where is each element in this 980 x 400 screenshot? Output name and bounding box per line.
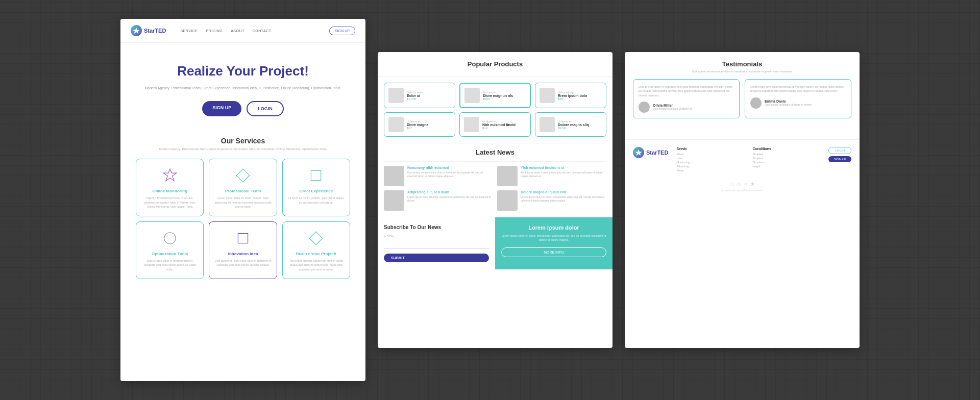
nav-signup-button[interactable]: SIGN UP bbox=[329, 27, 355, 35]
products-grid: Dolor sit amet Eolor ut $1,000 Nam ipsum… bbox=[378, 77, 612, 143]
product-price-5: $3700 bbox=[558, 127, 589, 130]
square-icon-1 bbox=[234, 229, 252, 247]
product-card-4[interactable]: Ut labore et Nbh euismod tincid $19 bbox=[459, 112, 531, 137]
cta-section: Lorem ipsum dolor Lorem ipsum dolor sit … bbox=[495, 217, 612, 269]
svg-point-4 bbox=[164, 233, 175, 244]
footer-link-1-0[interactable]: Simplest bbox=[752, 153, 820, 156]
footer-button-group: LOGIN SIGN UP bbox=[828, 147, 851, 173]
footer-signup-button[interactable]: SIGN UP bbox=[828, 156, 851, 162]
footer-link-0-0[interactable]: Email bbox=[676, 153, 744, 156]
person-name-0: Olivia Miller bbox=[653, 104, 692, 107]
nav-pricing[interactable]: PRICING bbox=[206, 29, 223, 33]
news-list: Nonummy nibh euismod Duis autem vel eum … bbox=[384, 166, 606, 211]
svg-marker-7 bbox=[635, 149, 642, 156]
service-desc-0: Agency, Professional Tools. Great Ex- pe… bbox=[141, 196, 198, 209]
nav-about[interactable]: ABOUT bbox=[231, 29, 244, 33]
service-card-professional-team[interactable]: Professional Team Lorem ipsum dolor sit … bbox=[209, 159, 277, 216]
news-body-0: Duis autem vel eum iriure dolor in hendr… bbox=[407, 171, 493, 178]
news-item-2: Adipiscing elit, sed diam Lorem ipsum do… bbox=[384, 190, 493, 211]
social-icon-3[interactable]: ★ bbox=[750, 181, 755, 187]
news-section: Latest News Nonummy nibh euismod Duis au… bbox=[378, 143, 612, 217]
hero-signup-button[interactable]: SIGN UP bbox=[202, 101, 241, 116]
nav-contact[interactable]: CONTACT bbox=[253, 29, 272, 33]
footer-link-1-2[interactable]: Simplest bbox=[752, 161, 820, 164]
hero-subtitle: Modern Agency, Professional Team, Great … bbox=[141, 85, 345, 91]
testimonial-card-0: Duis te irure dolor in vulputate velit e… bbox=[633, 79, 740, 118]
product-image-2 bbox=[540, 88, 555, 103]
social-icon-1[interactable]: ◇ bbox=[737, 181, 741, 187]
hero-buttons: SIGN UP LOGIN bbox=[141, 101, 345, 116]
logo-icon bbox=[131, 25, 142, 36]
product-card-5[interactable]: Ut labore et Dolore magna aliq $3700 bbox=[535, 112, 606, 137]
product-image-3 bbox=[388, 117, 404, 132]
footer-link-0-1[interactable]: User bbox=[676, 157, 744, 160]
subscribe-submit-button[interactable]: SUBMIT bbox=[384, 254, 489, 262]
cta-title: Lorem ipsum dolor bbox=[501, 224, 606, 231]
social-icon-0[interactable]: ◻ bbox=[729, 181, 733, 187]
footer-col-title-0: Servic bbox=[676, 147, 744, 151]
service-name-0: Online Monitoring bbox=[141, 189, 198, 193]
footer-login-button[interactable]: LOGIN bbox=[828, 147, 851, 154]
product-card-1[interactable]: Nam ipsum Dlore magnun ols $600 bbox=[459, 83, 531, 108]
social-icon-2[interactable]: ○ bbox=[744, 181, 747, 187]
service-name-5: Realize Your Project! bbox=[288, 252, 345, 256]
service-desc-1: Lorem ipsum dolor sit amet, consec- tetu… bbox=[214, 196, 271, 209]
panel-testimonials: Testimonials Duis autem vel eum iriure d… bbox=[625, 52, 860, 348]
product-image-4 bbox=[464, 117, 479, 132]
service-name-2: Great Experience bbox=[288, 189, 345, 193]
logo: StarTED bbox=[131, 25, 166, 36]
product-card-2[interactable]: Dolore aliquip Rrem ipsum dolo $80 bbox=[535, 83, 606, 108]
subscribe-left: Subscribe To Our News E-MAIL SUBMIT bbox=[378, 217, 495, 269]
svg-marker-2 bbox=[236, 169, 250, 183]
services-section: Our Services Modern Agency, Professional… bbox=[120, 132, 365, 289]
service-desc-2: Ut enim ad minim veniam, quis nisi ut al… bbox=[288, 196, 345, 205]
footer-logo-icon bbox=[633, 147, 644, 158]
footer-logo-column: StarTED bbox=[633, 147, 668, 173]
footer-link-0-4[interactable]: Email bbox=[676, 169, 744, 172]
footer-link-0-2[interactable]: Monitoring bbox=[676, 161, 744, 164]
service-card-optimization-tools[interactable]: Optimization Tools Duis te irure dolor i… bbox=[136, 221, 204, 279]
square-icon-0 bbox=[307, 166, 325, 185]
navigation: StarTED SERVICE PRICING ABOUT CONTACT SI… bbox=[120, 19, 365, 43]
service-card-innovation-idea[interactable]: Innovation Idea Duis autem vel eum iriur… bbox=[209, 221, 277, 279]
hero-login-button[interactable]: LOGIN bbox=[247, 101, 284, 116]
service-card-online-monitoring[interactable]: Online Monitoring Agency, Professional T… bbox=[136, 159, 204, 216]
testimonials-subtitle: Duis autem vel eum iriure dolor in hendr… bbox=[633, 70, 851, 73]
testimonial-card-1: Contet eros eirm euismod tincidunt, vel … bbox=[745, 79, 851, 118]
svg-rect-5 bbox=[238, 234, 248, 243]
footer-col-title-1: Conditions bbox=[752, 147, 820, 151]
product-card-0[interactable]: Dolor sit amet Eolor ut $1,000 bbox=[384, 83, 455, 108]
subscribe-input[interactable] bbox=[384, 243, 489, 248]
product-card-3[interactable]: Ut labore et Dlore magne $67 bbox=[384, 112, 455, 137]
products-title: Popular Products bbox=[378, 52, 612, 77]
svg-rect-3 bbox=[311, 171, 321, 181]
testimonial-person-0: Olivia Miller Duis tempor incididunt ut … bbox=[639, 102, 734, 113]
service-card-great-experience[interactable]: Great Experience Ut enim ad minim veniam… bbox=[282, 159, 350, 216]
footer-copyright: © Lorem rem em sit libero commodo. bbox=[625, 189, 860, 192]
footer-link-0-3[interactable]: Advanting bbox=[676, 165, 744, 168]
service-card-realize-your-project[interactable]: Realize Your Project! You heard projects… bbox=[282, 221, 350, 279]
service-name-4: Innovation Idea bbox=[214, 252, 271, 256]
avatar-1 bbox=[750, 97, 762, 109]
panel-products-news: Popular Products Dolor sit amet Eolor ut… bbox=[378, 52, 612, 348]
footer-section: StarTED Servic Email User Monitoring Adv… bbox=[625, 139, 860, 178]
hero-section: Realize Your Project! Modern Agency, Pro… bbox=[120, 43, 365, 132]
avatar-0 bbox=[639, 102, 650, 113]
cta-more-info-button[interactable]: MORE INFO bbox=[501, 247, 606, 257]
testimonial-cards: Duis te irure dolor in vulputate velit e… bbox=[633, 79, 851, 118]
testimonial-text-0: Duis te irure dolor in vulputate velit e… bbox=[639, 85, 734, 97]
panel-landing: StarTED SERVICE PRICING ABOUT CONTACT SI… bbox=[120, 19, 365, 381]
product-category-0: Dolor sit amet bbox=[407, 91, 423, 94]
svg-marker-1 bbox=[163, 169, 177, 181]
footer-link-1-1[interactable]: Simplest bbox=[752, 157, 820, 160]
diamond-icon-2 bbox=[307, 229, 325, 247]
subscribe-label: E-MAIL bbox=[384, 234, 489, 237]
product-name-5: Dolore magna aliq bbox=[558, 123, 589, 127]
person-role-1: Duis tempor incididunt ut labore et fini… bbox=[765, 103, 812, 106]
footer-link-1-3[interactable]: height bbox=[752, 165, 820, 168]
product-price-3: $67 bbox=[407, 127, 428, 130]
news-item-0: Nonummy nibh euismod Duis autem vel eum … bbox=[384, 166, 493, 186]
hero-title: Realize Your Project! bbox=[141, 63, 345, 79]
nav-service[interactable]: SERVICE bbox=[180, 29, 198, 33]
news-headline-3: Dolore magna aliquam erat bbox=[521, 190, 606, 194]
